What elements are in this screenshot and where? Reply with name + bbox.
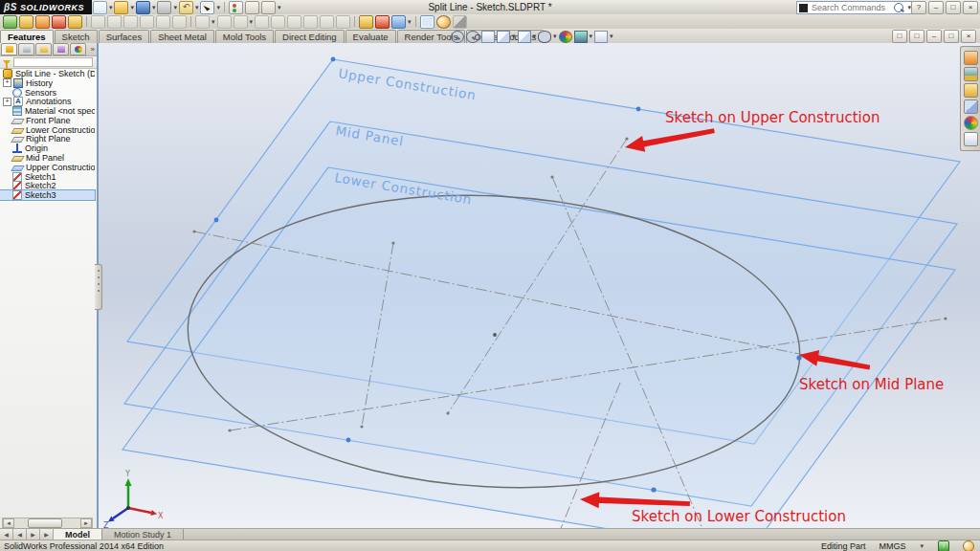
toolbar-icon[interactable] bbox=[123, 15, 138, 29]
appearance-ball-icon[interactable] bbox=[436, 15, 451, 29]
toolbar-icon[interactable] bbox=[336, 15, 350, 29]
appearances-scenes-icon[interactable] bbox=[964, 116, 978, 130]
toolbar-icon[interactable] bbox=[287, 15, 301, 29]
zoom-to-fit-icon[interactable] bbox=[451, 31, 464, 43]
hud-caret-icon[interactable]: ▾ bbox=[512, 33, 516, 40]
open-caret-icon[interactable]: ▾ bbox=[130, 4, 134, 11]
doc-close-button[interactable]: × bbox=[961, 30, 976, 43]
units-caret-icon[interactable]: ▾ bbox=[920, 542, 924, 550]
hide-show-items-icon[interactable] bbox=[538, 31, 551, 43]
tree-item-material[interactable]: Material <not specified> bbox=[0, 106, 95, 116]
undo-icon[interactable]: ↶ bbox=[179, 1, 193, 14]
dimxpert-manager-tab[interactable] bbox=[53, 43, 69, 55]
undo-caret-icon[interactable]: ▾ bbox=[195, 4, 199, 11]
tree-item-origin[interactable]: Origin bbox=[0, 143, 95, 153]
toolbar-icon[interactable] bbox=[156, 15, 170, 29]
expand-icon[interactable]: + bbox=[3, 78, 11, 87]
print-icon[interactable] bbox=[157, 1, 171, 14]
edit-appearance-icon[interactable] bbox=[559, 31, 572, 43]
tab-evaluate[interactable]: Evaluate bbox=[345, 30, 396, 43]
toolbar-icon[interactable] bbox=[217, 15, 232, 29]
select-tool-icon[interactable] bbox=[200, 1, 214, 14]
quick-tips-icon[interactable] bbox=[963, 540, 974, 551]
graphics-area[interactable]: Upper Construction Mid Panel Lower Const… bbox=[99, 43, 980, 528]
restore-button[interactable]: □ bbox=[946, 1, 961, 14]
configuration-manager-tab[interactable] bbox=[35, 43, 52, 55]
tree-item-history[interactable]: + History bbox=[0, 78, 95, 88]
toolbar-icon[interactable] bbox=[107, 15, 122, 29]
rebuild-traffic-light-icon[interactable] bbox=[229, 1, 243, 14]
scroll-right-button[interactable]: ► bbox=[80, 518, 92, 528]
tab-surfaces[interactable]: Surfaces bbox=[99, 30, 150, 43]
search-icon[interactable] bbox=[894, 3, 903, 12]
toolbar-icon[interactable] bbox=[195, 15, 210, 29]
property-manager-tab[interactable] bbox=[18, 43, 34, 55]
toolbar-icon[interactable] bbox=[303, 15, 318, 29]
panel-chevron-icon[interactable]: » bbox=[91, 45, 95, 54]
toolbar-icon[interactable] bbox=[234, 15, 248, 29]
tab-features[interactable]: Features bbox=[0, 30, 54, 43]
display-manager-tab[interactable] bbox=[70, 43, 86, 55]
tree-item-right-plane[interactable]: Right Plane bbox=[0, 135, 95, 144]
model-view[interactable]: Upper Construction Mid Panel Lower Const… bbox=[99, 43, 980, 528]
toolbar-caret-icon[interactable]: ▾ bbox=[250, 18, 254, 26]
doc-window-icon[interactable]: □ bbox=[909, 30, 924, 43]
tab-sheet-metal[interactable]: Sheet Metal bbox=[150, 30, 214, 43]
scrollbar-thumb[interactable] bbox=[28, 518, 62, 528]
panel-caret-icon[interactable]: ▾ bbox=[278, 4, 281, 11]
doc-minimize-button[interactable]: – bbox=[926, 30, 942, 43]
tree-item-upper-construction[interactable]: Upper Construction bbox=[0, 163, 95, 172]
hud-caret-icon[interactable]: ▾ bbox=[533, 33, 537, 40]
tree-root[interactable]: Split Line - Sketch (Default<<D bbox=[0, 69, 95, 78]
tree-item-annotations[interactable]: + Annotations bbox=[0, 97, 95, 106]
minimize-button[interactable]: – bbox=[928, 1, 944, 14]
toolbar-caret-icon[interactable]: ▾ bbox=[212, 18, 215, 26]
properties-panel-icon[interactable] bbox=[261, 1, 276, 14]
search-commands-input[interactable] bbox=[810, 2, 894, 13]
toolbar-icon[interactable] bbox=[320, 15, 334, 29]
search-commands-box[interactable]: ▾ bbox=[796, 1, 913, 14]
scroll-left-button[interactable]: ◄ bbox=[3, 518, 14, 528]
insert-component-icon[interactable] bbox=[3, 15, 17, 29]
toolbar-icon[interactable] bbox=[140, 15, 154, 29]
hud-caret-icon[interactable]: ▾ bbox=[553, 33, 557, 40]
design-library-icon[interactable] bbox=[964, 67, 978, 81]
new-document-icon[interactable] bbox=[93, 1, 107, 14]
section-view-icon[interactable] bbox=[497, 31, 510, 43]
filter-icon[interactable] bbox=[3, 60, 11, 65]
sketch-active-icon[interactable] bbox=[420, 15, 434, 29]
tree-item-sketch3[interactable]: Sketch3 bbox=[0, 190, 95, 200]
tree-item-sketch1[interactable]: Sketch1 bbox=[0, 172, 95, 182]
curve-icon[interactable] bbox=[391, 15, 406, 29]
apply-scene-icon[interactable] bbox=[574, 31, 588, 43]
units-selector[interactable]: MMGS bbox=[879, 541, 905, 551]
toolbar-icon[interactable] bbox=[172, 15, 187, 29]
folder-icon[interactable] bbox=[68, 15, 82, 29]
close-button[interactable]: × bbox=[963, 1, 978, 14]
toolbar-icon[interactable] bbox=[91, 15, 105, 29]
draft-icon[interactable] bbox=[453, 15, 467, 29]
tree-item-lower-construction[interactable]: Lower Construction bbox=[0, 125, 95, 135]
doc-restore-small-icon[interactable]: □ bbox=[892, 30, 907, 43]
select-caret-icon[interactable]: ▾ bbox=[216, 4, 220, 11]
solidworks-resources-icon[interactable] bbox=[964, 51, 978, 65]
mate-icon[interactable] bbox=[375, 15, 390, 29]
tree-item-front-plane[interactable]: Front Plane bbox=[0, 116, 95, 125]
previous-view-icon[interactable] bbox=[481, 31, 495, 43]
filter-input[interactable] bbox=[13, 57, 93, 67]
doc-restore-button[interactable]: □ bbox=[944, 30, 959, 43]
open-part-icon[interactable] bbox=[19, 15, 33, 29]
view-palette-icon[interactable] bbox=[964, 99, 978, 114]
tab-direct-editing[interactable]: Direct Editing bbox=[275, 30, 345, 43]
panel-splitter-handle[interactable] bbox=[95, 264, 102, 310]
view-orientation-icon[interactable] bbox=[518, 31, 531, 43]
zoom-to-area-icon[interactable] bbox=[466, 31, 479, 43]
favorites-icon[interactable] bbox=[359, 15, 373, 29]
tab-sketch[interactable]: Sketch bbox=[55, 30, 98, 43]
print-caret-icon[interactable]: ▾ bbox=[173, 4, 177, 11]
tree-item-sketch2[interactable]: Sketch2 bbox=[0, 182, 95, 191]
hud-caret-icon[interactable]: ▾ bbox=[610, 33, 613, 40]
open-icon[interactable] bbox=[114, 1, 128, 14]
save-icon[interactable] bbox=[136, 1, 150, 14]
custom-properties-icon[interactable] bbox=[964, 132, 978, 146]
